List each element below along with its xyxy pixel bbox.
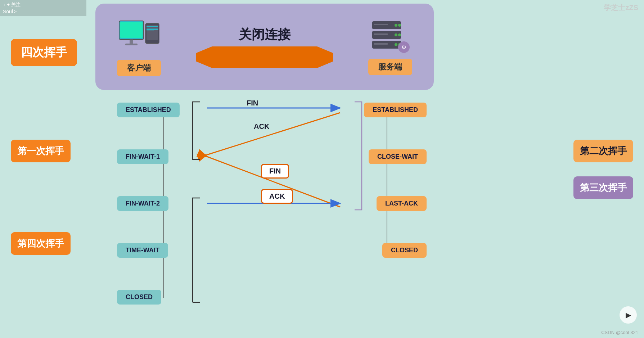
state-established-left: ESTABLISHED [117,103,180,117]
play-button[interactable]: ▶ [620,306,637,324]
server-label: 服务端 [368,59,412,75]
svg-text:⚙: ⚙ [401,44,406,50]
flow-area: ESTABLISHED FIN-WAIT-1 FIN-WAIT-2 TIME-W… [95,95,455,338]
server-svg: ⚙ [369,18,412,54]
middle-section: 关闭连接 [161,26,368,68]
handshake-fourth-label: 第四次挥手 [11,232,71,255]
state-fin-wait-1: FIN-WAIT-1 [117,149,168,164]
fin-box: FIN [261,164,289,179]
ack-label-1: ACK [254,122,269,131]
chevron-icon: > [14,9,17,14]
handshake-second-label: 第二次挥手 [573,140,633,162]
svg-rect-6 [147,29,158,30]
server-section: ⚙ 服务端 [368,18,412,75]
top-diagram: 客户端 关闭连接 [95,4,434,90]
soul-label: Soul [3,9,13,14]
double-arrow-svg [196,46,333,68]
svg-point-18 [398,33,401,36]
state-closed-right: CLOSED [382,243,427,258]
watermark: 学芝士zZS [604,3,638,13]
state-closed-left: CLOSED [117,290,161,305]
svg-rect-9 [125,44,138,45]
state-time-wait: TIME-WAIT [117,243,168,258]
server-icon: ⚙ [369,18,412,56]
main-title-badge: 四次挥手 [11,39,77,66]
state-established-right: ESTABLISHED [364,103,427,117]
state-close-wait: CLOSE-WAIT [369,149,427,164]
svg-rect-15 [374,24,388,25]
svg-rect-4 [147,26,158,27]
ack-box: ACK [261,189,293,204]
soul-link[interactable]: Soul > [3,9,84,14]
monitor-svg [117,19,161,55]
svg-rect-5 [147,28,158,28]
svg-rect-1 [120,22,143,38]
state-last-ack: LAST-ACK [377,196,427,211]
top-bar: + + 关注 Soul > [0,0,86,16]
client-label: 客户端 [117,60,161,76]
play-icon: ▶ [626,311,631,319]
svg-point-21 [395,43,397,46]
svg-rect-23 [374,43,388,45]
handshake-first-label: 第一次挥手 [11,140,71,162]
fin-label-1: FIN [247,99,258,107]
plus-icon: + [3,2,6,8]
client-icon [117,17,161,57]
svg-point-14 [398,24,401,27]
svg-line-37 [207,113,340,155]
client-section: 客户端 [117,17,161,76]
svg-rect-3 [147,25,158,40]
svg-rect-19 [374,33,388,35]
svg-rect-7 [147,31,154,31]
svg-point-13 [395,24,397,27]
follow-button[interactable]: + + 关注 [3,1,84,8]
handshake-third-label: 第三次挥手 [573,176,633,199]
svg-rect-8 [130,40,133,44]
csdn-watermark: CSDN @cool 321 [601,330,638,335]
svg-point-17 [395,33,397,36]
connection-title: 关闭连接 [239,26,291,44]
state-fin-wait-2: FIN-WAIT-2 [117,196,168,211]
